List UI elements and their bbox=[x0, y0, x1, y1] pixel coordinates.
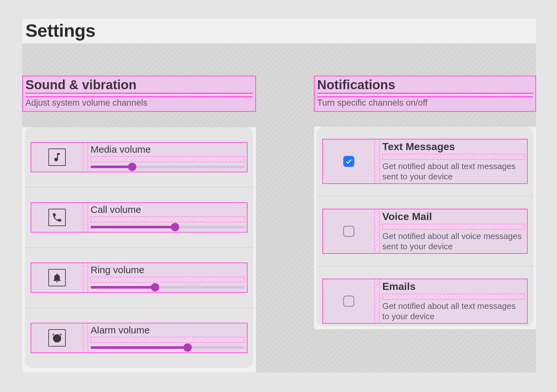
layout-gap bbox=[91, 216, 244, 222]
alarm-icon bbox=[48, 329, 66, 347]
row-checkbox-cell bbox=[323, 279, 375, 323]
media-volume-slider[interactable] bbox=[91, 163, 244, 170]
notification-row-label: Emails bbox=[382, 281, 524, 292]
layout-gap bbox=[317, 93, 533, 97]
sound-row: Alarm volume bbox=[25, 308, 253, 368]
row-content: Voice Mail Get notified about all voice … bbox=[380, 209, 527, 253]
notification-row-desc: Get notified about all text messages to … bbox=[382, 301, 524, 322]
settings-page: Settings Sound & vibration Adjust system… bbox=[22, 18, 536, 373]
page-title: Settings bbox=[22, 19, 536, 43]
layout-gap bbox=[375, 209, 380, 253]
sound-row-label: Media volume bbox=[91, 144, 244, 155]
row-icon-cell bbox=[31, 143, 83, 172]
row-content: Text Messages Get notified about all tex… bbox=[380, 139, 527, 183]
notification-row: Voice Mail Get notified about all voice … bbox=[317, 196, 533, 266]
row-content: Alarm volume bbox=[88, 323, 247, 352]
layout-gap bbox=[382, 294, 524, 300]
row-content: Media volume bbox=[88, 143, 247, 172]
sound-row: Call volume bbox=[25, 187, 253, 248]
notification-row: Text Messages Get notified about all tex… bbox=[317, 127, 533, 196]
call-volume-slider[interactable] bbox=[91, 224, 244, 231]
notification-row-desc: Get notified about all voice messages se… bbox=[382, 231, 524, 252]
notifications-section-header: Notifications Turn specific channels on/… bbox=[314, 76, 536, 112]
row-highlight: Voice Mail Get notified about all voice … bbox=[322, 209, 528, 254]
notification-row-label: Text Messages bbox=[382, 141, 524, 153]
layout-gap bbox=[91, 277, 244, 282]
row-checkbox-cell bbox=[323, 209, 375, 253]
layout-gap bbox=[375, 139, 380, 183]
text-messages-checkbox[interactable] bbox=[343, 156, 354, 167]
layout-gap bbox=[382, 154, 524, 160]
notifications-section-title: Notifications bbox=[317, 78, 533, 92]
layout-gap bbox=[22, 112, 256, 127]
row-highlight: Ring volume bbox=[31, 263, 248, 293]
layout-gap bbox=[83, 323, 88, 352]
notifications-column: Notifications Turn specific channels on/… bbox=[314, 76, 536, 372]
notification-row-label: Voice Mail bbox=[382, 211, 524, 223]
phone-icon bbox=[48, 209, 66, 226]
layout-gap bbox=[382, 224, 524, 230]
voice-mail-checkbox[interactable] bbox=[343, 226, 354, 237]
bell-icon bbox=[48, 269, 66, 286]
layout-gap bbox=[25, 93, 253, 97]
layout-gap bbox=[83, 143, 88, 172]
notification-row-desc: Get notified about all text messages sen… bbox=[382, 161, 524, 182]
layout-gap bbox=[256, 76, 314, 372]
layout-gap bbox=[83, 263, 88, 292]
alarm-volume-slider[interactable] bbox=[91, 344, 244, 351]
sound-row: Ring volume bbox=[25, 248, 253, 308]
layout-gap bbox=[91, 156, 244, 162]
sound-row-label: Alarm volume bbox=[91, 325, 244, 336]
emails-checkbox[interactable] bbox=[343, 296, 354, 307]
row-content: Emails Get notified about all text messa… bbox=[380, 279, 527, 323]
music-note-icon bbox=[48, 148, 66, 166]
sound-section-header: Sound & vibration Adjust system volume c… bbox=[22, 76, 256, 112]
sound-row-label: Call volume bbox=[91, 204, 244, 215]
row-content: Call volume bbox=[88, 203, 247, 232]
row-highlight: Media volume bbox=[31, 142, 248, 172]
layout-gap bbox=[375, 279, 380, 323]
sound-column: Sound & vibration Adjust system volume c… bbox=[22, 76, 256, 372]
notification-row: Emails Get notified about all text messa… bbox=[317, 266, 533, 327]
layout-gap bbox=[314, 329, 536, 372]
row-highlight: Text Messages Get notified about all tex… bbox=[322, 139, 528, 184]
row-content: Ring volume bbox=[88, 263, 247, 292]
row-highlight: Emails Get notified about all text messa… bbox=[322, 279, 528, 324]
notifications-section-subtitle: Turn specific channels on/off bbox=[317, 98, 533, 108]
columns: Sound & vibration Adjust system volume c… bbox=[22, 76, 536, 372]
sound-section-title: Sound & vibration bbox=[25, 78, 253, 92]
row-icon-cell bbox=[31, 263, 83, 292]
layout-gap bbox=[22, 43, 536, 76]
sound-row: Media volume bbox=[25, 127, 253, 187]
ring-volume-slider[interactable] bbox=[91, 284, 244, 291]
row-icon-cell bbox=[31, 203, 83, 232]
sound-row-label: Ring volume bbox=[91, 264, 244, 275]
row-icon-cell bbox=[31, 323, 83, 352]
layout-gap bbox=[83, 203, 88, 232]
row-highlight: Alarm volume bbox=[31, 323, 248, 353]
layout-gap bbox=[314, 112, 536, 127]
layout-gap bbox=[91, 337, 244, 343]
row-highlight: Call volume bbox=[31, 202, 248, 233]
row-checkbox-cell bbox=[323, 139, 375, 183]
sound-section-subtitle: Adjust system volume channels bbox=[25, 98, 253, 108]
notifications-card: Text Messages Get notified about all tex… bbox=[317, 127, 533, 327]
sound-card: Media volume bbox=[25, 127, 253, 368]
